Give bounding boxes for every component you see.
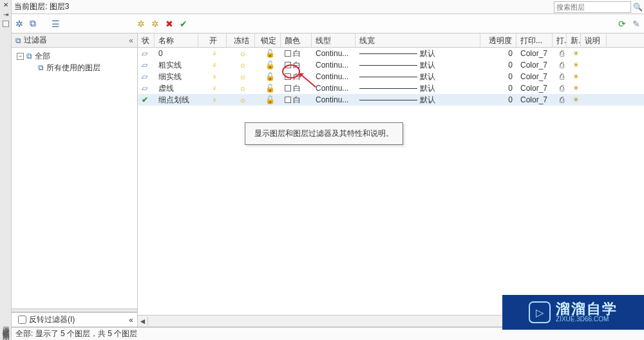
collapse-invert-icon[interactable]: « [129,316,133,325]
refresh-icon[interactable]: ⟳ [618,19,626,29]
filter-tree-node[interactable]: ⧉所有使用的图层 [12,62,137,73]
col-pstyle[interactable]: 打印... [516,33,553,47]
printer-icon[interactable]: ⎙ [560,72,564,81]
cell-lweight[interactable]: 默认 [355,95,480,106]
cell-lweight[interactable]: 默认 [355,48,480,59]
search-input[interactable] [554,1,631,13]
col-plot[interactable]: 打. [553,33,567,47]
printer-icon[interactable]: ⎙ [560,49,564,58]
cell-ltype[interactable]: Continu... [312,61,355,70]
color-swatch-icon [285,85,291,91]
tree-toggle-icon[interactable]: − [17,53,24,60]
new-layer-icon[interactable]: ✲ [137,19,145,29]
cell-lweight[interactable]: 默认 [355,60,480,71]
col-freeze[interactable]: 冻结 [227,33,255,47]
pin-icon[interactable]: ⇥ [0,11,11,18]
sun-icon[interactable]: ☼ [240,49,247,58]
table-row[interactable]: ▱粗实线♀☼🔓白Continu...默认0Color_7⎙☀ [138,59,644,71]
settings-icon[interactable]: ✎ [632,19,640,29]
toggle-icon[interactable] [3,21,9,27]
table-row[interactable]: ▱细实线♀☼🔓白Continu...默认0Color_7⎙☀ [138,71,644,82]
cell-name[interactable]: 粗实线 [155,60,198,71]
table-row[interactable]: ▱0♀☼🔓白Continu...默认0Color_7⎙☀ [138,48,644,59]
col-ltype[interactable]: 线型 [312,33,355,47]
table-row[interactable]: ✔细点划线♀☼🔓白Continu...默认0Color_7⎙☀ [138,94,644,106]
table-row[interactable]: ▱虚线♀☼🔓白Continu...默认0Color_7⎙☀ [138,82,644,94]
cell-name[interactable]: 虚线 [155,83,198,94]
delete-layer-icon[interactable]: ✖ [166,19,173,29]
col-lweight[interactable]: 线宽 [355,33,480,47]
printer-icon[interactable]: ⎙ [560,84,564,93]
bulb-icon[interactable]: ♀ [212,95,218,104]
lock-open-icon[interactable]: 🔓 [265,84,275,93]
watermark-logo-icon: ▷ [529,301,551,323]
filter-tree[interactable]: −⧉全部⧉所有使用的图层 [12,48,137,308]
cell-ltype[interactable]: Continu... [312,49,355,58]
cell-pstyle[interactable]: Color_7 [516,84,553,93]
col-color[interactable]: 颜色 [281,33,312,47]
filter-tree-node[interactable]: −⧉全部 [12,50,137,62]
lock-open-icon[interactable]: 🔓 [265,72,275,81]
lock-open-icon[interactable]: 🔓 [265,49,275,58]
cell-trans[interactable]: 0 [480,95,516,104]
new-group-filter-icon[interactable]: ⧉ [30,18,36,29]
cell-pstyle[interactable]: Color_7 [516,49,553,58]
invert-filter-checkbox[interactable] [18,316,26,324]
gear-icon[interactable]: ⚙ [2,330,9,339]
cell-ltype[interactable]: Continu... [312,72,355,81]
cell-color[interactable]: 白 [281,83,312,94]
printer-icon[interactable]: ⎙ [560,95,564,104]
cell-name[interactable]: 0 [155,49,198,58]
cell-color[interactable]: 白 [281,48,312,59]
collapse-filter-icon[interactable]: « [129,36,133,45]
cell-name[interactable]: 细实线 [155,71,198,82]
cell-color[interactable]: 白 [281,60,312,71]
sun-icon[interactable]: ☼ [240,84,247,93]
new-vp-freeze-icon[interactable]: ☀ [573,61,580,70]
cell-lweight[interactable]: 默认 [355,83,480,94]
col-lock[interactable]: 锁定 [255,33,281,47]
close-icon[interactable]: ✕ [0,1,11,8]
cell-pstyle[interactable]: Color_7 [516,72,553,81]
col-trans[interactable]: 透明度 [480,33,516,47]
bulb-icon[interactable]: ♀ [212,61,218,70]
new-vp-freeze-icon[interactable]: ☀ [573,72,580,81]
cell-color[interactable]: 白 [281,95,312,106]
cell-pstyle[interactable]: Color_7 [516,61,553,70]
lock-open-icon[interactable]: 🔓 [265,95,275,104]
new-property-filter-icon[interactable]: ✲ [15,19,23,29]
new-vp-freeze-icon[interactable]: ☀ [573,84,580,93]
new-vp-freeze-icon[interactable]: ☀ [573,95,580,104]
sun-icon[interactable]: ☼ [240,72,247,81]
lineweight-sample-icon [359,77,417,77]
cell-trans[interactable]: 0 [480,49,516,58]
cell-name[interactable]: 细点划线 [155,95,198,106]
set-current-icon[interactable]: ✔ [180,19,187,29]
bulb-icon[interactable]: ♀ [212,72,218,81]
cell-ltype[interactable]: Continu... [312,95,355,104]
tooltip: 显示图层和图层过滤器及其特性和说明。 [245,122,403,145]
search-icon[interactable]: 🔍 [631,3,644,12]
cell-trans[interactable]: 0 [480,72,516,81]
bulb-icon[interactable]: ♀ [212,49,218,58]
sun-icon[interactable]: ☼ [240,61,247,70]
bulb-icon[interactable]: ♀ [212,84,218,93]
cell-lweight[interactable]: 默认 [355,71,480,82]
col-on[interactable]: 开 [198,33,227,47]
cell-ltype[interactable]: Continu... [312,84,355,93]
col-new[interactable]: 新. [567,33,581,47]
lock-open-icon[interactable]: 🔓 [265,61,275,70]
col-name[interactable]: 名称 [155,33,198,47]
tree-node-label: 所有使用的图层 [46,62,100,73]
cell-trans[interactable]: 0 [480,84,516,93]
col-desc[interactable]: 说明 [581,33,607,47]
col-status[interactable]: 状 [138,33,155,47]
cell-trans[interactable]: 0 [480,61,516,70]
layer-states-icon[interactable]: ☰ [52,19,60,29]
new-vp-freeze-icon[interactable]: ☀ [573,49,580,58]
printer-icon[interactable]: ⎙ [560,61,564,70]
new-layer-frozen-icon[interactable]: ✲ [151,19,159,29]
cell-pstyle[interactable]: Color_7 [516,95,553,104]
sun-icon[interactable]: ☼ [240,95,247,104]
scroll-left-icon[interactable]: ◄ [138,317,148,326]
